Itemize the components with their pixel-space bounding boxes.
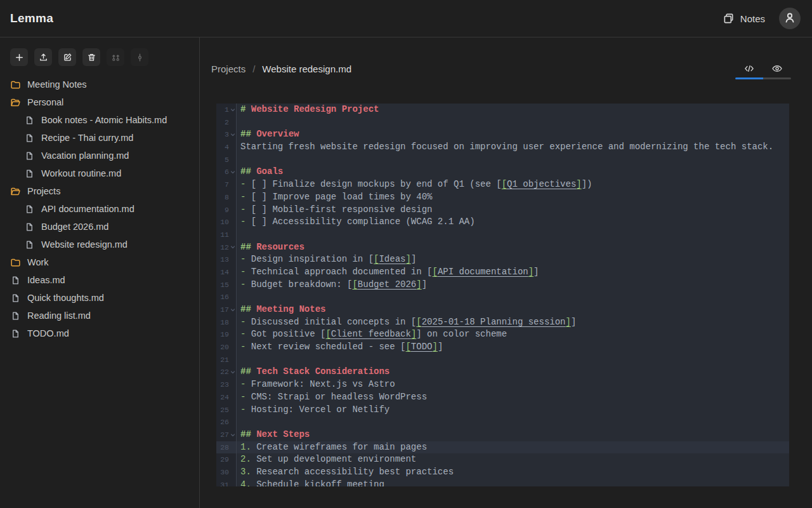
file-tree: Meeting NotesPersonalBook notes - Atomic… (0, 76, 199, 342)
app-title: Lemma (10, 11, 53, 25)
editor-line-15[interactable]: 15- Budget breakdown: [[Budget 2026]] (216, 279, 789, 291)
tree-item-label: Website redesign.md (41, 239, 128, 250)
edit-button[interactable] (58, 48, 76, 66)
notes-button[interactable]: Notes (719, 12, 769, 25)
editor-line-16[interactable]: 16 (216, 291, 789, 304)
fold-spacer (229, 216, 236, 229)
editor-line-7[interactable]: 7- [ ] Finalize design mockups by end of… (216, 178, 789, 191)
editor-line-14[interactable]: 14- Technical approach documented in [[A… (216, 266, 789, 279)
view-tab-source[interactable] (735, 60, 763, 77)
tree-item-vacation-planning-md[interactable]: Vacation planning.md (0, 147, 199, 164)
tree-item-meeting-notes[interactable]: Meeting Notes (0, 76, 199, 93)
fold-spacer (229, 116, 236, 129)
tree-item-ideas-md[interactable]: Ideas.md (0, 271, 199, 289)
editor-line-3[interactable]: 3## Overview (216, 128, 789, 141)
fold-spacer (229, 404, 236, 417)
line-number: 20 (216, 341, 237, 354)
editor-line-27[interactable]: 27## Next Steps (216, 429, 789, 441)
line-number: 8 (216, 191, 237, 204)
breadcrumb-file: Website redesign.md (262, 64, 351, 74)
tree-item-quick-thoughts-md[interactable]: Quick thoughts.md (0, 289, 199, 307)
line-number: 6 (216, 166, 237, 178)
editor-line-30[interactable]: 303. Research accessibility best practic… (216, 466, 789, 479)
line-number: 18 (216, 316, 237, 329)
editor-line-23[interactable]: 23- Framework: Next.js vs Astro (216, 378, 789, 391)
editor-line-8[interactable]: 8- [ ] Improve page load times by 40% (216, 191, 789, 204)
upload-button[interactable] (34, 48, 52, 66)
tree-item-api-documentation-md[interactable]: API documentation.md (0, 200, 199, 218)
markdown-editor[interactable]: 1# Website Redesign Project23## Overview… (216, 104, 789, 486)
editor-line-29[interactable]: 292. Set up development environment (216, 453, 789, 466)
fold-spacer (229, 141, 236, 154)
tree-item-work[interactable]: Work (0, 253, 199, 271)
code-text: ## Overview (237, 128, 299, 141)
view-tab-preview[interactable] (763, 60, 791, 77)
tree-item-label: Personal (27, 97, 63, 107)
code-text (237, 154, 240, 166)
file-icon (24, 222, 35, 232)
editor-line-1[interactable]: 1# Website Redesign Project (216, 104, 789, 116)
tree-item-budget-2026-md[interactable]: Budget 2026.md (0, 218, 199, 236)
tree-item-label: Ideas.md (27, 275, 65, 285)
editor-line-24[interactable]: 24- CMS: Strapi or headless WordPress (216, 391, 789, 404)
editor-line-22[interactable]: 22## Tech Stack Considerations (216, 366, 789, 378)
tree-item-projects[interactable]: Projects (0, 182, 199, 200)
new-note-button[interactable] (10, 48, 28, 66)
editor-line-21[interactable]: 21 (216, 354, 789, 366)
editor-line-13[interactable]: 13- Design inspiration in [[Ideas]] (216, 253, 789, 266)
code-text (237, 291, 240, 304)
git-commit-icon (135, 53, 145, 62)
topbar-right: Notes (719, 8, 801, 29)
editor-line-11[interactable]: 11 (216, 229, 789, 241)
breadcrumb-folder[interactable]: Projects (211, 64, 246, 74)
fold-chevron-icon[interactable] (229, 166, 236, 178)
fold-spacer (229, 354, 236, 366)
fold-spacer (229, 204, 236, 217)
code-text (237, 229, 240, 241)
code-text: # Website Redesign Project (237, 104, 379, 116)
tree-item-workout-routine-md[interactable]: Workout routine.md (0, 164, 199, 182)
line-number: 3 (216, 128, 237, 141)
fold-chevron-icon[interactable] (229, 366, 236, 378)
editor-line-6[interactable]: 6## Goals (216, 166, 789, 178)
editor-line-5[interactable]: 5 (216, 154, 789, 166)
file-icon (24, 133, 35, 144)
fold-spacer (229, 291, 236, 304)
editor-line-26[interactable]: 26 (216, 416, 789, 429)
editor-line-28[interactable]: 281. Create wireframes for main pages (216, 441, 789, 454)
editor-line-17[interactable]: 17## Meeting Notes (216, 304, 789, 316)
fold-chevron-icon[interactable] (229, 304, 236, 316)
tree-item-personal[interactable]: Personal (0, 93, 199, 111)
tree-item-recipe-thai-curry-md[interactable]: Recipe - Thai curry.md (0, 129, 199, 147)
line-number: 14 (216, 266, 237, 279)
editor-line-31[interactable]: 314. Schedule kickoff meeting (216, 479, 789, 486)
delete-button[interactable] (82, 48, 100, 66)
tree-item-book-notes-atomic-habits-md[interactable]: Book notes - Atomic Habits.md (0, 111, 199, 129)
tree-item-todo-md[interactable]: TODO.md (0, 324, 199, 342)
avatar-button[interactable] (779, 8, 801, 29)
editor-line-18[interactable]: 18- Discussed initial concepts in [[2025… (216, 316, 789, 329)
code-icon (743, 63, 755, 74)
fold-chevron-icon[interactable] (229, 104, 236, 116)
editor-line-10[interactable]: 10- [ ] Accessibility compliance (WCAG 2… (216, 216, 789, 229)
line-number: 27 (216, 429, 237, 441)
line-number: 21 (216, 354, 237, 366)
editor-line-20[interactable]: 20- Next review scheduled - see [[TODO]] (216, 341, 789, 354)
tree-item-reading-list-md[interactable]: Reading list.md (0, 307, 199, 324)
sidebar: Meeting NotesPersonalBook notes - Atomic… (0, 37, 200, 508)
editor-line-19[interactable]: 19- Got positive [[Client feedback]] on … (216, 328, 789, 341)
editor-line-2[interactable]: 2 (216, 116, 789, 129)
tree-item-website-redesign-md[interactable]: Website redesign.md (0, 236, 199, 253)
fold-chevron-icon[interactable] (229, 429, 236, 441)
fold-chevron-icon[interactable] (229, 128, 236, 141)
editor-line-9[interactable]: 9- [ ] Mobile-first responsive design (216, 204, 789, 217)
code-text: - Hosting: Vercel or Netlify (237, 404, 390, 417)
view-tab-indicator-source (735, 77, 763, 79)
editor-line-4[interactable]: 4Starting fresh website redesign focused… (216, 141, 789, 154)
editor-line-25[interactable]: 25- Hosting: Vercel or Netlify (216, 404, 789, 417)
line-number: 29 (216, 453, 237, 466)
fold-chevron-icon[interactable] (229, 241, 236, 254)
file-icon (24, 150, 35, 161)
editor-line-12[interactable]: 12## Resources (216, 241, 789, 254)
main-header: Projects / Website redesign.md (200, 37, 812, 104)
